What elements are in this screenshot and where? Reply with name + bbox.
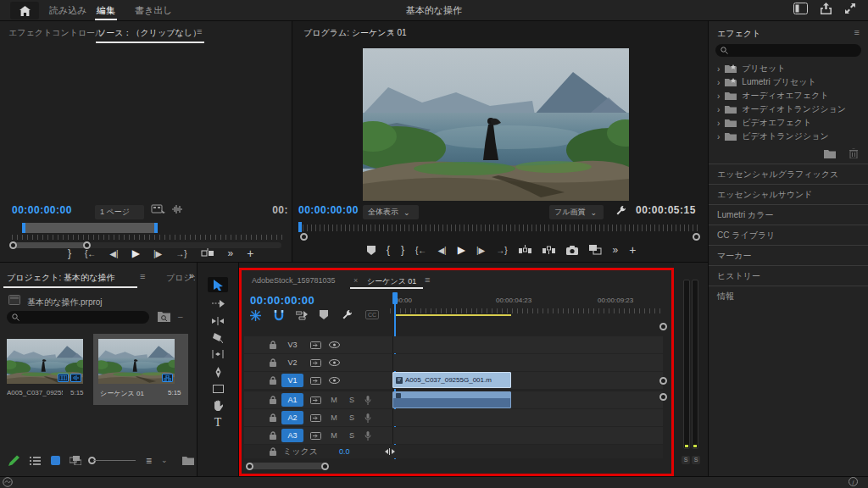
project-item-sequence-name[interactable]: シーケンス 01 xyxy=(100,389,144,398)
sync-lock-icon[interactable] xyxy=(310,414,321,422)
ripple-edit-tool[interactable] xyxy=(208,313,228,329)
tab-info[interactable]: 情報 xyxy=(709,286,868,306)
folder-row-lumetri-presets[interactable]: › Lumetri プリセット xyxy=(709,75,868,89)
timeline-hscroll-handle-right[interactable] xyxy=(321,463,329,470)
track-target-a1[interactable]: A1 xyxy=(281,393,303,407)
mix-volume-value[interactable]: 0.0 xyxy=(339,447,350,456)
play-button[interactable]: ▶ xyxy=(458,244,465,256)
hand-tool[interactable] xyxy=(208,397,228,413)
tab-effects[interactable]: エフェクト xyxy=(717,28,760,40)
voiceover-mic-icon[interactable] xyxy=(364,431,371,441)
captions-cc-icon[interactable]: CC xyxy=(365,310,379,319)
sort-icon[interactable]: ≡ xyxy=(146,455,152,467)
solo-button[interactable]: S xyxy=(347,431,357,440)
program-scroll-handle-left[interactable] xyxy=(300,233,308,241)
step-back-button[interactable]: ◀| xyxy=(109,249,118,258)
meter-solo-left-button[interactable]: S xyxy=(682,456,690,464)
info-icon[interactable]: i xyxy=(849,477,858,486)
toggle-track-output-eye-icon[interactable] xyxy=(329,359,340,366)
lock-icon[interactable] xyxy=(270,358,276,367)
mark-out-button[interactable]: } xyxy=(401,244,404,256)
program-timecode[interactable]: 00:00:00:00 xyxy=(298,204,359,216)
tab-cc-libraries[interactable]: CC ライブラリ xyxy=(709,225,868,245)
timeline-timecode[interactable]: 00:00:00:00 xyxy=(250,294,314,307)
effects-panel-menu-icon[interactable]: ≡ xyxy=(854,27,860,37)
audio-clip-a1[interactable] xyxy=(392,391,511,408)
delete-trash-icon[interactable] xyxy=(849,148,858,158)
tab-export[interactable]: 書き出し xyxy=(130,0,178,21)
folder-row-presets[interactable]: › プリセット xyxy=(709,62,868,75)
chevron-right-icon[interactable]: › xyxy=(717,105,720,114)
export-frame-camera-icon[interactable] xyxy=(566,246,578,255)
timeline-tab-sequence[interactable]: シーケンス 01 xyxy=(367,276,416,287)
mute-button[interactable]: M xyxy=(329,396,339,404)
video-clip-v1[interactable]: A005_C037_09255G_001.m xyxy=(392,372,511,388)
add-marker-button[interactable] xyxy=(367,246,376,255)
program-zoom-select[interactable]: 全体表示⌄ xyxy=(363,205,419,219)
solo-button[interactable]: S xyxy=(347,413,357,422)
sync-lock-icon[interactable] xyxy=(310,432,321,440)
track-target-v1[interactable]: V1 xyxy=(281,374,303,387)
timeline-vscroll-handle-low[interactable] xyxy=(659,393,667,401)
folder-row-audio-transitions[interactable]: › オーディオトランジション xyxy=(709,103,868,116)
tab-effect-controls[interactable]: エフェクトコントロール xyxy=(8,27,103,39)
chevron-right-icon[interactable]: › xyxy=(717,64,720,74)
sync-lock-icon[interactable] xyxy=(310,377,321,385)
program-playhead[interactable] xyxy=(298,222,302,232)
new-bin-icon[interactable] xyxy=(182,456,194,465)
goto-out-button[interactable]: →} xyxy=(175,249,186,258)
more-controls-button[interactable]: » xyxy=(228,247,234,259)
track-target-a2[interactable]: A2 xyxy=(281,411,303,424)
step-back-button[interactable]: ◀| xyxy=(437,246,446,255)
sort-chevron-icon[interactable]: ⌄ xyxy=(161,456,168,464)
solo-button[interactable]: S xyxy=(347,396,357,404)
pen-tool[interactable] xyxy=(208,364,228,380)
writable-pencil-icon[interactable] xyxy=(8,455,19,466)
project-search-input[interactable] xyxy=(7,311,149,324)
new-custom-bin-icon[interactable] xyxy=(824,149,836,158)
goto-out-button[interactable]: →} xyxy=(496,246,507,255)
effects-search-input[interactable] xyxy=(715,44,861,57)
list-view-button[interactable] xyxy=(30,457,41,465)
voiceover-mic-icon[interactable] xyxy=(364,396,371,405)
drag-video-icon[interactable] xyxy=(151,203,166,215)
program-settings-wrench-icon[interactable] xyxy=(615,205,626,216)
type-tool[interactable]: T xyxy=(208,415,228,430)
tab-essential-graphics[interactable]: エッセンシャルグラフィックス xyxy=(709,164,868,184)
tab-essential-sound[interactable]: エッセンシャルサウンド xyxy=(709,184,868,204)
program-quality-select[interactable]: フル画質⌄ xyxy=(549,205,604,219)
tab-history[interactable]: ヒストリー xyxy=(709,265,868,286)
program-panel-menu-icon[interactable]: ≡ xyxy=(388,26,393,36)
tab-edit[interactable]: 編集 xyxy=(92,0,120,21)
insert-button[interactable] xyxy=(201,248,214,258)
project-panel-menu-icon[interactable]: ≡ xyxy=(140,271,145,281)
lock-icon[interactable] xyxy=(270,396,276,404)
program-scroll-handle-right[interactable] xyxy=(693,233,700,241)
creative-cloud-sync-icon[interactable] xyxy=(3,477,13,487)
lock-icon[interactable] xyxy=(270,413,276,422)
tab-markers[interactable]: マーカー xyxy=(709,245,868,265)
snap-magnet-icon[interactable] xyxy=(274,310,284,321)
home-button[interactable] xyxy=(10,2,39,19)
playhead-head[interactable] xyxy=(392,292,398,304)
freeform-view-button[interactable] xyxy=(70,456,81,465)
more-options-dash[interactable]: – xyxy=(178,312,183,321)
meter-solo-right-button[interactable]: S xyxy=(692,456,700,464)
tab-project-active[interactable]: プロジェクト: 基本的な操作 xyxy=(7,272,114,284)
source-ruler-ticks[interactable] xyxy=(12,235,283,240)
drag-audio-icon[interactable] xyxy=(171,205,183,214)
source-zoom-range-bar[interactable] xyxy=(22,223,158,233)
timeline-tab-close-icon[interactable]: × xyxy=(353,276,358,285)
share-export-icon[interactable] xyxy=(820,3,832,15)
chevron-right-icon[interactable]: › xyxy=(717,78,720,87)
slip-tool[interactable] xyxy=(208,347,228,362)
tab-import[interactable]: 読み込み xyxy=(44,0,92,21)
lock-icon[interactable] xyxy=(270,341,276,349)
project-item-sequence-thumbnail[interactable] xyxy=(98,339,175,384)
lift-button[interactable] xyxy=(519,245,531,255)
project-item-clip-name[interactable]: A005_C037_09255... xyxy=(7,389,63,396)
nest-sequences-icon[interactable] xyxy=(250,310,261,321)
sync-lock-icon[interactable] xyxy=(310,396,321,404)
source-page-select[interactable]: 1 ページ xyxy=(95,205,144,219)
rectangle-tool[interactable] xyxy=(208,381,228,396)
